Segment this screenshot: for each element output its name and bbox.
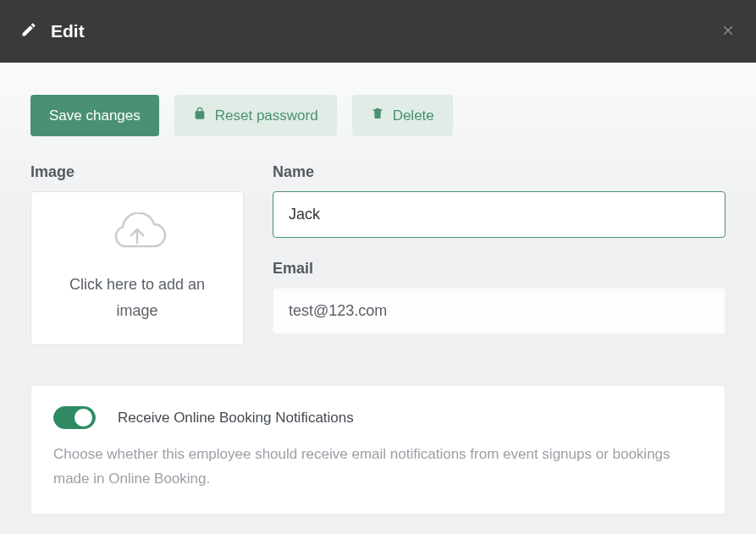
lock-icon: [193, 107, 207, 124]
save-button-label: Save changes: [49, 107, 141, 124]
delete-button-label: Delete: [393, 107, 434, 124]
notifications-card: Receive Online Booking Notifications Cho…: [30, 385, 726, 515]
name-field-group: Name: [273, 163, 726, 238]
header-left: Edit: [20, 21, 85, 41]
upload-text: Click here to add an image: [47, 272, 228, 323]
toggle-row: Receive Online Booking Notifications: [53, 406, 703, 429]
toggle-knob: [74, 409, 92, 427]
delete-button[interactable]: Delete: [352, 95, 453, 136]
trash-icon: [371, 107, 384, 124]
name-label: Name: [273, 163, 726, 181]
toggle-label: Receive Online Booking Notifications: [118, 410, 354, 427]
email-field[interactable]: test@123.com: [273, 288, 726, 334]
form-row: Image Click here to add an image Name Em…: [30, 163, 726, 356]
email-label: Email: [273, 260, 726, 278]
modal-content: Save changes Reset password Delete Image: [0, 63, 756, 534]
pencil-icon: [20, 21, 37, 41]
reset-button-label: Reset password: [215, 107, 318, 124]
image-upload-area[interactable]: Click here to add an image: [30, 191, 244, 345]
toggle-description: Choose whether this employee should rece…: [53, 443, 703, 492]
close-icon[interactable]: [720, 19, 736, 43]
modal-header: Edit: [0, 0, 756, 63]
image-column: Image Click here to add an image: [30, 163, 244, 356]
fields-column: Name Email test@123.com: [273, 163, 726, 356]
email-value: test@123.com: [289, 302, 387, 319]
notifications-toggle[interactable]: [53, 406, 96, 429]
name-input[interactable]: [273, 191, 726, 238]
cloud-upload-icon: [107, 212, 168, 258]
image-label: Image: [30, 163, 244, 181]
reset-password-button[interactable]: Reset password: [174, 95, 337, 136]
email-field-group: Email test@123.com: [273, 260, 726, 334]
action-toolbar: Save changes Reset password Delete: [30, 95, 726, 136]
save-button[interactable]: Save changes: [30, 95, 159, 136]
modal-title: Edit: [51, 21, 85, 41]
